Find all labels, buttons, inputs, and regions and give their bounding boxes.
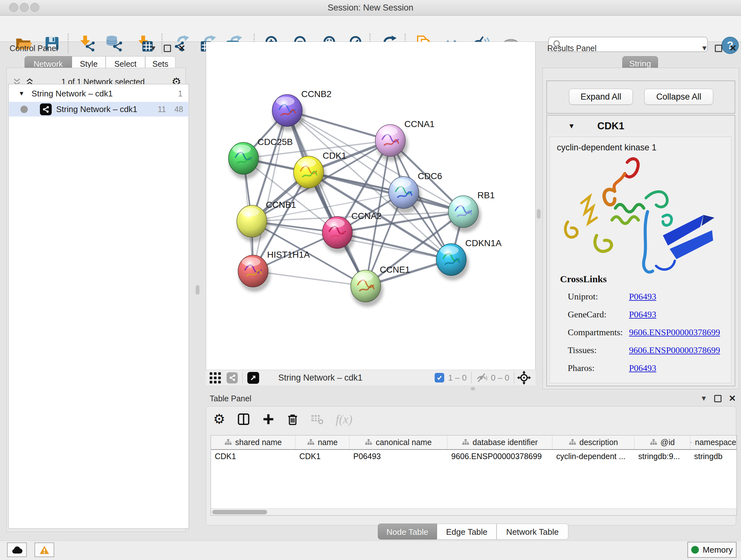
birdseye-crosshair-icon[interactable] — [517, 371, 531, 385]
crosslink-label: Tissues: — [568, 345, 597, 355]
node-HIST1H1A[interactable]: HIST1H1A — [238, 250, 310, 292]
panel-float-icon[interactable] — [164, 45, 171, 52]
open-in-window-icon[interactable] — [247, 372, 259, 384]
panel-float-icon[interactable] — [714, 395, 722, 402]
warning-icon — [39, 545, 50, 555]
collection-name: String Network – cdk1 — [31, 89, 113, 99]
right-splitter-handle[interactable] — [537, 209, 541, 219]
column-tree-icon — [690, 439, 692, 446]
warnings-button[interactable] — [35, 543, 54, 557]
protein-structure-image — [561, 156, 721, 281]
panel-close-icon[interactable]: ✕ — [729, 393, 736, 403]
gene-expander-icon[interactable]: ▼ — [568, 122, 575, 130]
delete-table-icon — [311, 414, 324, 425]
network-canvas[interactable]: CCNB2CCNA1CDC25BCDK1CDC6RB1CCNB1CCNA2CDK… — [206, 42, 536, 370]
crosslink-link[interactable]: P06493 — [629, 292, 657, 302]
control-panel-header: Control Panel ▼ ✕ — [5, 42, 190, 55]
network-row-selected[interactable]: String Network – cdk1 11 48 — [9, 102, 188, 117]
column-header-description[interactable]: description — [552, 435, 634, 449]
collapse-all-button[interactable]: Collapse All — [644, 89, 713, 105]
gene-section-header[interactable]: ▼ CDK1 — [546, 117, 734, 135]
node-CCNB2[interactable]: CCNB2 — [272, 89, 332, 131]
table-row[interactable]: CDK1CDK1P064939606.ENSP00000378699cyclin… — [211, 450, 737, 462]
node-table[interactable]: shared namenamecanonical namedatabase id… — [211, 435, 737, 516]
panel-close-icon[interactable]: ✕ — [178, 43, 185, 53]
results-panel-title: Results Panel — [547, 44, 596, 53]
tab-network-table[interactable]: Network Table — [496, 523, 568, 540]
grid-view-icon[interactable] — [210, 372, 221, 383]
table-panel-title: Table Panel — [210, 394, 252, 403]
show-columns-icon[interactable] — [238, 413, 250, 426]
edge-CCNB2-HIST1H1A[interactable] — [253, 111, 287, 271]
crosslink-label: Compartments: — [568, 327, 623, 337]
add-column-plus-icon[interactable] — [262, 413, 274, 425]
panel-close-icon[interactable]: ✕ — [729, 43, 737, 53]
panel-float-icon[interactable] — [715, 45, 722, 52]
memory-label: Memory — [703, 545, 733, 555]
network-collection-row[interactable]: ▼ String Network – cdk1 1 — [9, 87, 188, 100]
table-cell: CDK1 — [295, 450, 349, 461]
cloud-icon — [11, 546, 22, 554]
gene-details: cyclin-dependent kinase 1 CrossLinks Un — [549, 137, 731, 383]
left-splitter-handle[interactable] — [196, 285, 199, 295]
column-tree-icon — [650, 439, 657, 446]
network-list: ▼ String Network – cdk1 1 String Network… — [8, 84, 189, 529]
network-view-title: String Network – cdk1 — [278, 373, 362, 383]
crosslinks-title: CrossLinks — [560, 273, 607, 285]
column-tree-icon — [224, 439, 232, 446]
crosslink-label: GeneCard: — [568, 309, 606, 320]
network-share-view-icon[interactable] — [226, 372, 238, 383]
column-header-name[interactable]: name — [295, 435, 349, 449]
crosslink-link[interactable]: 9606.ENSP00000378699 — [629, 345, 720, 355]
crosslink-link[interactable]: P06493 — [629, 309, 657, 320]
panel-menu-icon[interactable]: ▼ — [700, 394, 708, 402]
node-CCNB1[interactable]: CCNB1 — [237, 200, 296, 242]
tab-edge-table[interactable]: Edge Table — [437, 523, 496, 540]
cloud-button[interactable] — [7, 543, 27, 557]
expand-all-button[interactable]: Expand All — [569, 89, 633, 105]
panel-menu-icon[interactable]: ▼ — [701, 44, 708, 52]
node-CDC6[interactable]: CDC6 — [389, 171, 442, 213]
column-header-shared-name[interactable]: shared name — [211, 435, 295, 449]
table-hscrollbar[interactable] — [211, 508, 737, 516]
crosslink-link[interactable]: 9606.ENSP00000378699 — [629, 327, 720, 337]
node-label-CCNA2: CCNA2 — [351, 211, 382, 221]
selected-checkbox-icon[interactable] — [434, 373, 444, 382]
column-tree-icon — [462, 439, 469, 446]
main-toolbar: ? — [0, 16, 741, 42]
window-title: Session: New Session — [0, 0, 741, 15]
table-cell: stringdb:9... — [634, 450, 690, 461]
title-bar: Session: New Session — [0, 0, 741, 16]
collection-expander-icon[interactable]: ▼ — [18, 90, 24, 97]
crosslink-label: Uniprot: — [568, 292, 598, 302]
crosslink-link[interactable]: P06493 — [629, 363, 657, 373]
panel-menu-icon[interactable]: ▼ — [150, 44, 157, 52]
tab-node-table[interactable]: Node Table — [378, 523, 437, 540]
delete-trash-icon[interactable] — [286, 413, 299, 425]
node-label-CCNA1: CCNA1 — [404, 119, 434, 129]
crosslink-row: Compartments:9606.ENSP00000378699 — [550, 327, 729, 338]
memory-status-dot-icon — [691, 546, 699, 554]
network-edge-count: 48 — [174, 105, 183, 114]
gene-description: cyclin-dependent kinase 1 — [557, 143, 657, 152]
node-CDC25B[interactable]: CDC25B — [228, 137, 293, 179]
node-CDKN1A[interactable]: CDKN1A — [436, 238, 502, 280]
horizontal-splitter[interactable] — [206, 385, 536, 392]
table-cell: P06493 — [349, 450, 448, 461]
column-header--id[interactable]: @id — [634, 435, 690, 449]
crosslink-row: Uniprot:P06493 — [550, 292, 729, 302]
node-label-CDK1: CDK1 — [323, 151, 347, 161]
node-CDK1[interactable]: CDK1 — [293, 151, 347, 193]
node-label-CDC25B: CDC25B — [258, 137, 293, 147]
memory-button[interactable]: Memory — [687, 542, 737, 558]
column-header-namespace[interactable]: namespace — [690, 435, 737, 449]
table-settings-gear-icon[interactable]: ⚙ — [213, 411, 225, 427]
status-bar: Memory — [0, 541, 741, 560]
table-hscrollbar-thumb[interactable] — [212, 510, 267, 514]
crosslink-row: Pharos:P06493 — [550, 363, 729, 374]
network-view-toolbar: String Network – cdk1 1 – 0 0 – 0 — [206, 370, 536, 385]
node-label-CDC6: CDC6 — [418, 171, 442, 181]
column-header-database-identifier[interactable]: database identifier — [448, 435, 552, 449]
column-header-canonical-name[interactable]: canonical name — [349, 435, 448, 449]
node-RB1[interactable]: RB1 — [448, 190, 495, 233]
